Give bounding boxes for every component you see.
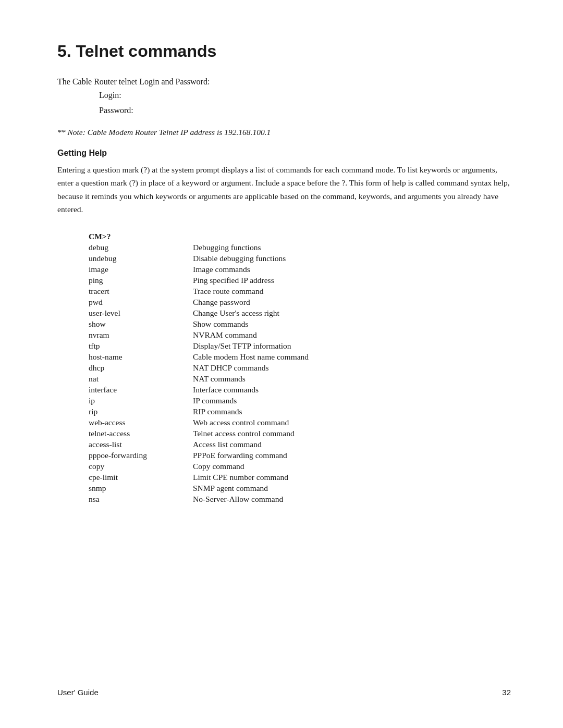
- login-indent: Login: Password:: [99, 88, 511, 118]
- description-cell: Interface commands: [193, 385, 309, 396]
- intro-line1: The Cable Router telnet Login and Passwo…: [57, 76, 511, 88]
- command-cell: copy: [89, 461, 193, 472]
- footer-right: 32: [502, 688, 511, 697]
- description-cell: RIP commands: [193, 406, 309, 417]
- description-cell: Disable debugging functions: [193, 253, 309, 264]
- getting-help-heading: Getting Help: [57, 149, 511, 158]
- table-row: copyCopy command: [89, 461, 309, 472]
- table-row: snmpSNMP agent command: [89, 483, 309, 494]
- description-cell: NAT DHCP commands: [193, 363, 309, 374]
- command-cell: nat: [89, 374, 193, 385]
- table-row: nvramNVRAM command: [89, 330, 309, 341]
- command-cell: interface: [89, 385, 193, 396]
- table-row: natNAT commands: [89, 374, 309, 385]
- description-cell: Copy command: [193, 461, 309, 472]
- command-cell: nvram: [89, 330, 193, 341]
- table-row: tftpDisplay/Set TFTP information: [89, 341, 309, 352]
- command-cell: show: [89, 319, 193, 330]
- description-cell: NAT commands: [193, 374, 309, 385]
- description-cell: Cable modem Host name command: [193, 352, 309, 363]
- command-cell: user-level: [89, 308, 193, 319]
- command-cell: cpe-limit: [89, 472, 193, 483]
- description-cell: Access list command: [193, 439, 309, 450]
- description-cell: Trace route command: [193, 286, 309, 297]
- description-cell: Debugging functions: [193, 242, 309, 253]
- description-cell: NVRAM command: [193, 330, 309, 341]
- table-row: cpe-limitLimit CPE number command: [89, 472, 309, 483]
- description-cell: No-Server-Allow command: [193, 494, 309, 505]
- login-label: Login:: [99, 88, 511, 103]
- password-label: Password:: [99, 103, 511, 118]
- command-cell: web-access: [89, 417, 193, 428]
- command-cell: access-list: [89, 439, 193, 450]
- description-cell: SNMP agent command: [193, 483, 309, 494]
- table-row: showShow commands: [89, 319, 309, 330]
- command-cell: image: [89, 264, 193, 275]
- command-cell: undebug: [89, 253, 193, 264]
- page-title: 5. Telnet commands: [57, 42, 511, 61]
- table-row: pingPing specified IP address: [89, 275, 309, 286]
- description-cell: Limit CPE number command: [193, 472, 309, 483]
- description-cell: PPPoE forwarding command: [193, 450, 309, 461]
- table-row: interfaceInterface commands: [89, 385, 309, 396]
- description-cell: Web access control command: [193, 417, 309, 428]
- table-row: pppoe-forwardingPPPoE forwarding command: [89, 450, 309, 461]
- command-cell: ip: [89, 396, 193, 406]
- description-cell: IP commands: [193, 396, 309, 406]
- command-cell: tftp: [89, 341, 193, 352]
- table-row: web-accessWeb access control command: [89, 417, 309, 428]
- command-cell: host-name: [89, 352, 193, 363]
- table-row: access-listAccess list command: [89, 439, 309, 450]
- description-cell: Change password: [193, 297, 309, 308]
- table-row: tracertTrace route command: [89, 286, 309, 297]
- description-cell: Display/Set TFTP information: [193, 341, 309, 352]
- table-row: undebugDisable debugging functions: [89, 253, 309, 264]
- table-row: ipIP commands: [89, 396, 309, 406]
- table-row: telnet-accessTelnet access control comma…: [89, 428, 309, 439]
- table-row: dhcpNAT DHCP commands: [89, 363, 309, 374]
- table-row: host-nameCable modem Host name command: [89, 352, 309, 363]
- command-cell: snmp: [89, 483, 193, 494]
- footer-left: User' Guide: [57, 688, 99, 697]
- footer: User' Guide 32: [57, 688, 511, 697]
- description-cell: Image commands: [193, 264, 309, 275]
- table-row: nsaNo-Server-Allow command: [89, 494, 309, 505]
- table-row: user-levelChange User's access right: [89, 308, 309, 319]
- command-cell: pppoe-forwarding: [89, 450, 193, 461]
- description-cell: Telnet access control command: [193, 428, 309, 439]
- command-cell: debug: [89, 242, 193, 253]
- description-cell: Change User's access right: [193, 308, 309, 319]
- command-cell: ping: [89, 275, 193, 286]
- intro-block: The Cable Router telnet Login and Passwo…: [57, 76, 511, 118]
- command-cell: tracert: [89, 286, 193, 297]
- table-row: imageImage commands: [89, 264, 309, 275]
- getting-help-body: Entering a question mark (?) at the syst…: [57, 163, 511, 216]
- command-cell: dhcp: [89, 363, 193, 374]
- command-cell: pwd: [89, 297, 193, 308]
- description-cell: Show commands: [193, 319, 309, 330]
- command-table-wrapper: CM>? debugDebugging functionsundebugDisa…: [89, 232, 511, 505]
- command-cell: rip: [89, 406, 193, 417]
- table-row: pwdChange password: [89, 297, 309, 308]
- note-text: ** Note: Cable Modem Router Telnet IP ad…: [57, 128, 511, 137]
- command-prompt: CM>?: [89, 232, 511, 241]
- description-cell: Ping specified IP address: [193, 275, 309, 286]
- command-cell: telnet-access: [89, 428, 193, 439]
- table-row: debugDebugging functions: [89, 242, 309, 253]
- command-cell: nsa: [89, 494, 193, 505]
- command-table: debugDebugging functionsundebugDisable d…: [89, 242, 309, 505]
- table-row: ripRIP commands: [89, 406, 309, 417]
